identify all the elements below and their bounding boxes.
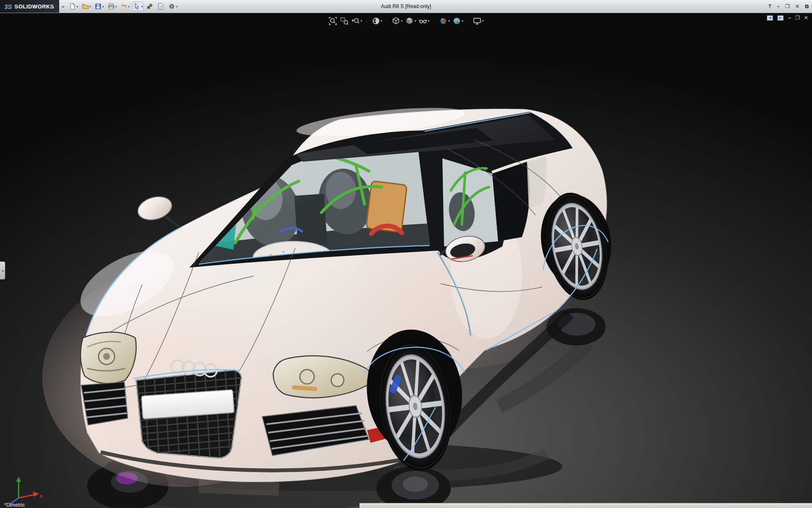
- dropdown-icon[interactable]: ▾: [77, 5, 78, 8]
- dropdown-icon[interactable]: ▾: [414, 19, 416, 23]
- apply-scene-icon: [453, 17, 461, 25]
- toolbar-separator: ·: [466, 19, 471, 24]
- options-button[interactable]: ▾: [167, 2, 178, 11]
- side-intake-left: [81, 382, 128, 425]
- zoom-to-area-button[interactable]: [340, 16, 349, 26]
- restore-button[interactable]: ❐: [785, 4, 790, 9]
- zoom-to-fit-icon: [329, 17, 337, 25]
- titlebar: 3S SOLIDWORKS » ▾ ▾ ▾: [0, 0, 812, 13]
- zoom-to-area-icon: [340, 17, 349, 25]
- toolbar-separator: ·: [432, 19, 437, 24]
- document-minimize-button[interactable]: –: [788, 15, 791, 21]
- undo-arrow-icon: [120, 3, 128, 10]
- dropdown-icon[interactable]: ▾: [448, 19, 450, 23]
- file-properties-button[interactable]: [156, 2, 165, 11]
- horizontal-scrollbar[interactable]: [359, 503, 812, 508]
- edit-appearance-button[interactable]: ▾: [439, 16, 450, 26]
- edit-appearance-icon: [439, 17, 448, 25]
- dropdown-icon[interactable]: ▾: [176, 5, 178, 8]
- rebuild-button[interactable]: [145, 2, 154, 11]
- minimize-button[interactable]: –: [777, 4, 780, 9]
- window-pane-icon-b[interactable]: [777, 15, 784, 21]
- dropdown-icon[interactable]: ▾: [102, 5, 104, 8]
- view-orientation-button[interactable]: ▾: [391, 16, 403, 26]
- close-button[interactable]: ✕: [795, 4, 799, 9]
- side-mirror-left: [135, 193, 179, 227]
- section-view-button[interactable]: ▾: [371, 16, 383, 26]
- solidworks-window: 3S SOLIDWORKS » ▾ ▾ ▾: [0, 0, 812, 508]
- select-button[interactable]: ▾: [132, 2, 144, 11]
- dropdown-icon[interactable]: ▾: [482, 19, 483, 23]
- collapse-left-icon: ◂: [2, 269, 3, 273]
- heads-up-toolbar: ▾ · ▾ · ▾ ▾: [328, 16, 484, 26]
- new-document-button[interactable]: ▾: [68, 2, 79, 11]
- display-style-icon: [405, 17, 414, 25]
- logo-brand-text: SOLIDWORKS: [14, 3, 54, 10]
- view-orientation-label: *Dimetric: [4, 502, 25, 508]
- b-pillar: [492, 162, 529, 241]
- options-gear-icon: [168, 3, 176, 10]
- view-orientation-icon: [392, 17, 401, 25]
- help-button[interactable]: ?: [768, 4, 771, 9]
- window-controls: ? – ❐ ✕ ⧉: [768, 0, 809, 13]
- orientation-triad: x: [10, 477, 42, 504]
- window-title: Audi R8 S [Read-only]: [381, 3, 431, 9]
- model-scene[interactable]: x: [0, 13, 812, 508]
- apply-scene-button[interactable]: ▾: [452, 16, 464, 26]
- document-restore-button[interactable]: ❐: [795, 15, 800, 21]
- triad-x-label: x: [40, 493, 42, 499]
- solidworks-logo: 3S SOLIDWORKS: [0, 0, 59, 13]
- document-window-controls: – ❐ ✕: [767, 15, 808, 21]
- print-icon: [107, 3, 115, 10]
- dropdown-icon[interactable]: ▾: [141, 5, 143, 8]
- view-settings-icon: [472, 17, 481, 25]
- expand-button[interactable]: ⧉: [805, 4, 809, 9]
- dropdown-icon[interactable]: ▾: [428, 19, 430, 23]
- task-pane-collapse-tab[interactable]: ◂: [0, 262, 5, 279]
- dropdown-icon[interactable]: ▾: [361, 19, 362, 23]
- logo-mark-icon: 3S: [4, 3, 12, 10]
- previous-view-button[interactable]: ▾: [351, 16, 363, 26]
- view-settings-button[interactable]: ▾: [472, 16, 484, 26]
- save-floppy-icon: [94, 3, 102, 10]
- dropdown-icon[interactable]: ▾: [381, 19, 382, 23]
- hide-show-items-button[interactable]: ▾: [418, 16, 430, 26]
- previous-view-icon: [351, 17, 360, 25]
- hide-show-items-icon: [419, 17, 428, 25]
- dropdown-icon[interactable]: ▾: [90, 5, 91, 8]
- window-pane-icon-a[interactable]: [767, 15, 773, 21]
- display-style-button[interactable]: ▾: [405, 16, 417, 26]
- dropdown-icon[interactable]: ▾: [115, 5, 117, 8]
- menu-expand-arrow[interactable]: »: [62, 4, 64, 9]
- document-close-button[interactable]: ✕: [804, 15, 808, 21]
- toolbar-separator: ·: [384, 19, 390, 24]
- rebuild-icon: [146, 3, 154, 10]
- open-folder-icon: [82, 3, 89, 10]
- select-cursor-icon: [133, 3, 141, 10]
- zoom-to-fit-button[interactable]: [328, 16, 338, 26]
- toolbar-separator: ·: [365, 19, 370, 24]
- standard-toolbar: ▾ ▾ ▾ ▾: [68, 2, 178, 11]
- new-document-icon: [69, 3, 76, 10]
- headlight-left: [80, 332, 136, 384]
- section-view-icon: [371, 17, 380, 25]
- graphics-viewport[interactable]: x ▾ ·: [0, 13, 812, 508]
- open-button[interactable]: ▾: [81, 2, 92, 11]
- undo-button[interactable]: ▾: [119, 2, 131, 11]
- dropdown-icon[interactable]: ▾: [128, 5, 130, 8]
- print-button[interactable]: ▾: [107, 2, 118, 11]
- file-properties-icon: [157, 3, 165, 10]
- car-model[interactable]: [42, 102, 618, 487]
- save-button[interactable]: ▾: [93, 2, 105, 11]
- dropdown-icon[interactable]: ▾: [401, 19, 403, 23]
- dropdown-icon[interactable]: ▾: [462, 19, 464, 23]
